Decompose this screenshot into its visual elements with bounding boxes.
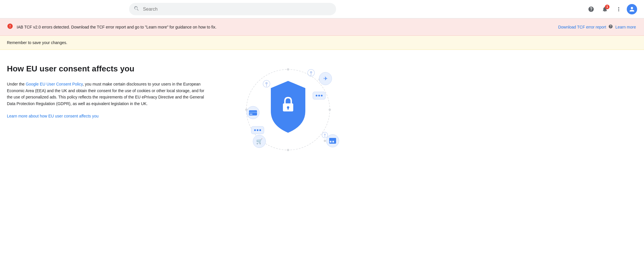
svg-rect-21 xyxy=(330,141,331,143)
search-input[interactable] xyxy=(143,7,331,12)
svg-point-36 xyxy=(321,95,323,96)
svg-rect-22 xyxy=(332,141,334,143)
body-paragraph: Under the Google EU User Consent Policy,… xyxy=(7,81,208,107)
page-title: How EU user consent affects you xyxy=(7,64,208,74)
svg-point-26 xyxy=(310,71,312,73)
search-container xyxy=(129,3,336,15)
body-prefix: Under the xyxy=(7,82,26,86)
topbar: 1 xyxy=(0,0,644,18)
svg-point-24 xyxy=(265,82,268,84)
svg-rect-9 xyxy=(288,107,289,110)
help-button[interactable] xyxy=(585,3,597,15)
google-eu-policy-link[interactable]: Google EU User Consent Policy xyxy=(26,82,83,86)
learn-more-link-banner[interactable]: Learn more xyxy=(614,25,637,29)
eu-consent-illustration: ✈ 🛒 xyxy=(222,64,343,156)
svg-point-28 xyxy=(324,134,326,135)
error-actions: Download TCF error report Learn more xyxy=(557,24,637,30)
svg-point-3 xyxy=(287,149,289,151)
error-icon xyxy=(7,23,13,31)
search-icon xyxy=(134,6,139,12)
search-box xyxy=(129,3,336,15)
svg-point-32 xyxy=(259,129,261,131)
illustration: ✈ 🛒 xyxy=(222,64,343,156)
svg-text:✈: ✈ xyxy=(323,76,328,81)
help-icon xyxy=(608,24,613,30)
error-message: IAB TCF v2.0 errors detected. Download t… xyxy=(17,25,553,29)
content-left: How EU user consent affects you Under th… xyxy=(7,64,208,118)
warning-banner: Remember to save your changes. xyxy=(0,36,644,50)
svg-point-34 xyxy=(316,95,317,96)
learn-more-eu-consent-link[interactable]: Learn more about how EU user consent aff… xyxy=(7,114,99,118)
svg-point-30 xyxy=(254,129,256,131)
svg-rect-15 xyxy=(250,114,252,115)
more-options-button[interactable] xyxy=(613,3,624,15)
content-section: How EU user consent affects you Under th… xyxy=(0,50,644,170)
svg-rect-20 xyxy=(329,138,336,140)
svg-point-2 xyxy=(329,109,331,111)
svg-rect-14 xyxy=(249,112,257,113)
svg-text:🛒: 🛒 xyxy=(256,138,263,145)
svg-point-6 xyxy=(324,140,326,142)
topbar-right: 1 xyxy=(585,3,637,15)
main-content: IAB TCF v2.0 errors detected. Download t… xyxy=(0,18,644,170)
svg-point-1 xyxy=(287,68,289,71)
avatar[interactable] xyxy=(627,4,637,14)
svg-point-31 xyxy=(257,129,258,131)
warning-message: Remember to save your changes. xyxy=(7,40,67,45)
notifications-button[interactable]: 1 xyxy=(599,3,611,15)
notification-badge: 1 xyxy=(605,5,610,9)
error-banner: IAB TCF v2.0 errors detected. Download t… xyxy=(0,18,644,36)
svg-point-35 xyxy=(318,95,320,96)
download-tcf-report-link[interactable]: Download TCF error report xyxy=(557,25,607,29)
